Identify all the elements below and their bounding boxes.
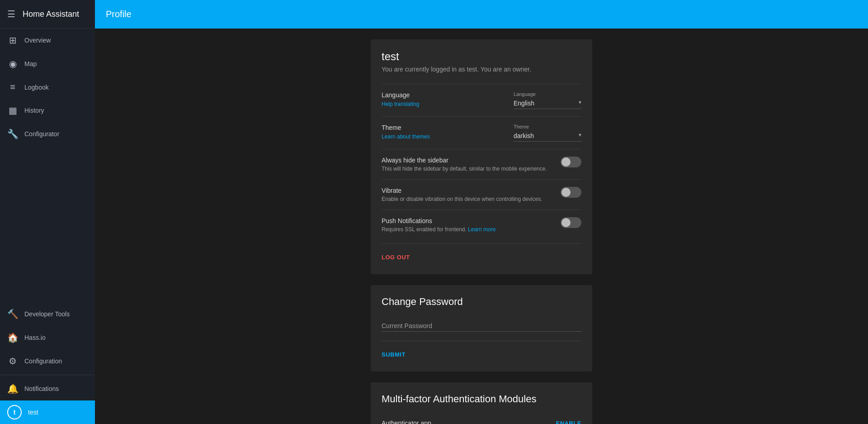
mfa-card: Multi-factor Authentication Modules Auth… [371, 382, 592, 424]
notification-icon: 🔔 [7, 383, 18, 394]
menu-icon[interactable]: ☰ [7, 9, 15, 19]
configuration-icon: ⚙ [7, 356, 18, 367]
sidebar-label-map: Map [24, 60, 37, 67]
help-translating-link[interactable]: Help translating [382, 101, 419, 107]
toggle-knob-vibrate [561, 188, 571, 197]
sidebar-item-hass-io[interactable]: 🏠 Hass.io [0, 326, 95, 349]
sidebar-username: test [28, 409, 38, 416]
sidebar-label-notifications: Notifications [24, 385, 59, 392]
sidebar-label-configuration: Configuration [24, 357, 62, 365]
sidebar-item-configurator[interactable]: 🔧 Configurator [0, 122, 95, 146]
sidebar-label-history: History [24, 107, 44, 114]
theme-control-label: Theme [514, 124, 581, 129]
hide-sidebar-title: Always hide the sidebar [382, 157, 553, 164]
change-password-title: Change Password [382, 296, 581, 308]
grid-icon: ⊞ [7, 35, 18, 46]
language-row: Language Help translating Language Engli… [382, 84, 581, 116]
push-notif-toggle[interactable] [561, 217, 581, 228]
page-title: Profile [106, 9, 132, 19]
sidebar-item-map[interactable]: ◉ Map [0, 52, 95, 76]
sidebar-nav-top: ⊞ Overview ◉ Map ≡ Logbook ▦ History 🔧 [0, 29, 95, 146]
vibrate-desc: Enable or disable vibration on this devi… [382, 196, 553, 202]
language-label: Language [382, 91, 514, 99]
change-password-card: Change Password SUBMIT [371, 285, 592, 372]
mfa-title: Multi-factor Authentication Modules [382, 393, 581, 405]
developer-tools-icon: 🔨 [7, 309, 18, 319]
mfa-authenticator-row: Authenticator app ENABLE [382, 416, 581, 424]
vibrate-row: Vibrate Enable or disable vibration on t… [382, 179, 581, 210]
push-notif-desc: Requires SSL enabled for frontend. Learn… [382, 226, 553, 233]
toggle-knob-push [561, 218, 571, 227]
sidebar-item-history[interactable]: ▦ History [0, 99, 95, 122]
theme-select[interactable]: darkish [514, 130, 581, 142]
push-notifications-row: Push Notifications Requires SSL enabled … [382, 210, 581, 240]
avatar: t [7, 405, 22, 419]
push-notif-learn-more-link[interactable]: Learn more [468, 226, 495, 233]
language-select[interactable]: English [514, 98, 581, 109]
configurator-icon: 🔧 [7, 129, 18, 139]
profile-subtitle: You are currently logged in as test. You… [382, 66, 581, 73]
vibrate-toggle[interactable] [561, 187, 581, 198]
hide-sidebar-desc: This will hide the sidebar by default, s… [382, 166, 553, 172]
sidebar-header: ☰ Home Assistant [0, 0, 95, 29]
current-password-input[interactable] [382, 319, 581, 332]
sidebar-user-item[interactable]: t test [0, 400, 95, 424]
submit-password-button[interactable]: SUBMIT [382, 348, 406, 361]
push-notif-title: Push Notifications [382, 217, 553, 224]
hide-sidebar-toggle[interactable] [561, 157, 581, 167]
language-dropdown-wrap: Language English ▾ [514, 91, 581, 109]
theme-label: Theme [382, 124, 514, 131]
toggle-knob [561, 157, 571, 167]
history-icon: ▦ [7, 105, 18, 116]
sidebar-item-notifications[interactable]: 🔔 Notifications [0, 377, 95, 400]
sidebar-label-hass-io: Hass.io [24, 334, 46, 341]
log-out-section: LOG OUT [382, 243, 581, 263]
profile-card: test You are currently logged in as test… [371, 39, 592, 274]
logbook-icon: ≡ [7, 82, 18, 92]
password-divider [382, 341, 581, 341]
page-header: Profile [95, 0, 868, 29]
mfa-app-label: Authenticator app [382, 419, 431, 424]
language-control-label: Language [514, 91, 581, 97]
sidebar-label-overview: Overview [24, 37, 51, 44]
hass-io-icon: 🏠 [7, 332, 18, 343]
vibrate-title: Vibrate [382, 187, 553, 194]
log-out-button[interactable]: LOG OUT [382, 251, 410, 263]
sidebar-nav-bottom: 🔨 Developer Tools 🏠 Hass.io ⚙ Configurat… [0, 302, 95, 424]
sidebar-item-configuration[interactable]: ⚙ Configuration [0, 349, 95, 373]
sidebar-label-developer-tools: Developer Tools [24, 310, 70, 318]
app-title: Home Assistant [23, 10, 79, 19]
map-icon: ◉ [7, 58, 18, 69]
sidebar-item-developer-tools[interactable]: 🔨 Developer Tools [0, 302, 95, 326]
theme-dropdown-wrap: Theme darkish ▾ [514, 124, 581, 142]
sidebar-label-configurator: Configurator [24, 130, 59, 138]
content-area: test You are currently logged in as test… [95, 29, 868, 424]
mfa-enable-button[interactable]: ENABLE [556, 420, 581, 424]
profile-username: test [382, 50, 581, 63]
learn-about-themes-link[interactable]: Learn about themes [382, 133, 430, 140]
sidebar-divider [0, 375, 95, 375]
sidebar-label-logbook: Logbook [24, 84, 49, 91]
sidebar-item-overview[interactable]: ⊞ Overview [0, 29, 95, 52]
hide-sidebar-row: Always hide the sidebar This will hide t… [382, 149, 581, 179]
sidebar: ⊞ Overview ◉ Map ≡ Logbook ▦ History 🔧 [0, 29, 95, 424]
sidebar-item-logbook[interactable]: ≡ Logbook [0, 76, 95, 99]
theme-row: Theme Learn about themes Theme darkish ▾ [382, 116, 581, 149]
